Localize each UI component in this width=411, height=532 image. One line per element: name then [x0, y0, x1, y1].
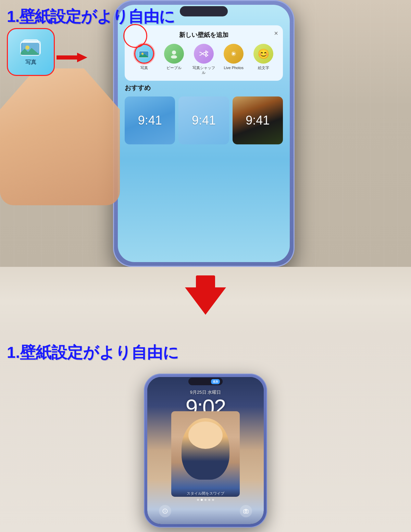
lock-action-info[interactable]: i — [159, 505, 171, 517]
card1-time: 9:41 — [138, 113, 162, 128]
photo-icon-svg — [20, 38, 42, 57]
face-silhouette — [182, 418, 229, 480]
svg-text:i: i — [165, 509, 166, 513]
svg-point-14 — [245, 510, 247, 512]
photo-circle — [134, 44, 154, 64]
modal-photo-label: 写真 — [140, 65, 148, 70]
svg-point-3 — [25, 46, 29, 50]
emoji-circle: 😊 — [253, 44, 273, 64]
wallpaper-modal: 新しい壁紙を追加 × 写真 — [125, 25, 283, 81]
lock-bottom-bar: スタイル間をスワイプ i — [147, 491, 264, 517]
svg-rect-15 — [245, 509, 247, 510]
bottom-section: 1.壁紙設定がより自由に 追加 9月25日 水曜日 9:02 ＋ウィジェットを追… — [0, 335, 411, 532]
dot-5 — [212, 499, 214, 501]
recommend-card-3[interactable]: 9:41 — [233, 96, 283, 144]
dot-4 — [208, 499, 210, 501]
iphone-bottom-frame: 追加 9月25日 水曜日 9:02 ＋ウィジェットを追加 — [144, 374, 267, 528]
lock-screen-bg: 9月25日 水曜日 9:02 ＋ウィジェットを追加 スタイル間をスワイプ — [147, 377, 264, 524]
live-circle — [224, 44, 244, 64]
lock-actions: i — [159, 505, 252, 517]
svg-point-7 — [172, 51, 176, 55]
modal-live-label: Live Photos — [224, 65, 243, 70]
divider-section — [0, 267, 411, 335]
status-badge: 追加 — [211, 379, 220, 384]
modal-shuffle-label: 写真シャッフル — [192, 65, 216, 75]
modal-emoji-label: 絵文字 — [258, 65, 269, 70]
recommend-section: おすすめ 9:41 9:41 9:41 — [125, 83, 283, 144]
svg-marker-4 — [57, 53, 87, 62]
photo-icon-label: 写真 — [25, 59, 36, 66]
iphone-bottom-screen: 9月25日 水曜日 9:02 ＋ウィジェットを追加 スタイル間をスワイプ — [147, 377, 264, 524]
dot-1 — [197, 499, 199, 501]
iphone-notch — [180, 6, 228, 16]
swipe-dots — [197, 499, 214, 501]
emoji-icon: 😊 — [258, 48, 270, 60]
swipe-label: スタイル間をスワイプ — [187, 491, 224, 496]
lock-face-photo — [171, 411, 240, 497]
people-circle — [164, 44, 184, 64]
shuffle-circle — [194, 44, 214, 64]
bottom-title: 1.壁紙設定がより自由に — [7, 342, 179, 363]
modal-icon-photo[interactable]: 写真 — [132, 44, 156, 70]
modal-icon-people[interactable]: ピープル — [162, 44, 186, 70]
down-arrow-icon — [185, 287, 226, 315]
dot-2 — [201, 499, 203, 501]
iphone-screen: 新しい壁紙を追加 × 写真 — [118, 5, 290, 262]
iphone-bottom-container: 追加 9月25日 水曜日 9:02 ＋ウィジェットを追加 — [0, 374, 411, 528]
recommend-card-1[interactable]: 9:41 — [125, 96, 175, 144]
svg-point-6 — [141, 53, 144, 55]
card2-time: 9:41 — [192, 113, 216, 128]
dot-3 — [204, 499, 207, 501]
recommend-title: おすすめ — [125, 83, 283, 92]
arrow-right-indicator — [57, 51, 87, 66]
card3-time: 9:41 — [246, 113, 270, 128]
iphone-bottom-notch: 追加 — [188, 378, 223, 385]
top-section: 1.壁紙設定がより自由に 写真 新しい壁紙を追加 × — [0, 0, 411, 267]
modal-close-button[interactable]: × — [274, 29, 278, 37]
modal-icon-live[interactable]: Live Photos — [222, 44, 246, 70]
top-title: 1.壁紙設定がより自由に — [7, 6, 175, 27]
modal-people-label: ピープル — [166, 65, 182, 70]
photo-icon-highlight-box: 写真 — [7, 28, 55, 76]
modal-icons-row: 写真 ピープル — [130, 44, 277, 75]
modal-icon-shuffle[interactable]: 写真シャッフル — [192, 44, 216, 75]
recommend-card-2[interactable]: 9:41 — [178, 96, 229, 144]
hand-image — [0, 68, 120, 205]
lock-action-camera[interactable] — [240, 505, 252, 517]
modal-icon-emoji[interactable]: 😊 絵文字 — [251, 44, 275, 70]
recommend-cards: 9:41 9:41 9:41 — [125, 96, 283, 144]
svg-point-8 — [171, 55, 177, 59]
modal-title: 新しい壁紙を追加 — [130, 31, 277, 39]
iphone-top-frame: 新しい壁紙を追加 × 写真 — [113, 0, 295, 267]
